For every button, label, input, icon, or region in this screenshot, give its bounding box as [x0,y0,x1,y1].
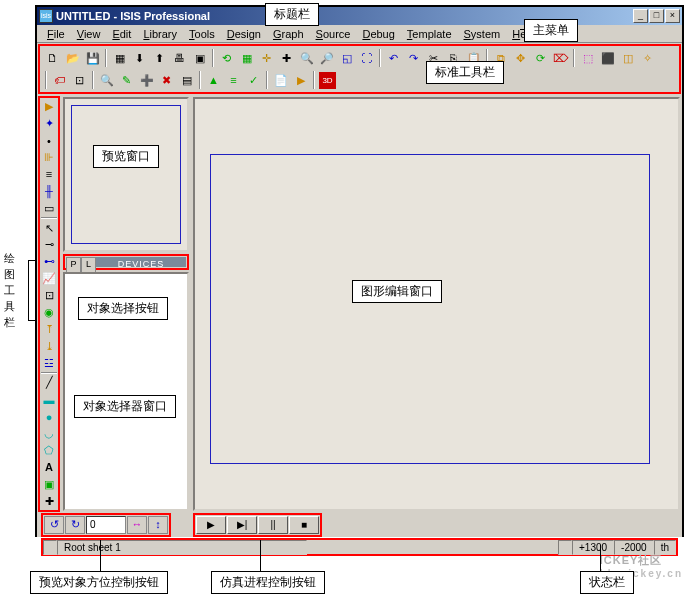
mirror-h-icon[interactable]: ↔ [127,516,147,534]
marker-icon[interactable]: ✚ [40,493,58,509]
menu-debug[interactable]: Debug [356,27,400,41]
symbol-icon[interactable]: ▣ [40,476,58,492]
center-icon[interactable]: ✚ [277,49,296,68]
menu-file[interactable]: File [41,27,71,41]
wire-label-tool-icon[interactable]: ⊪ [40,150,58,166]
path-icon[interactable]: ⬠ [40,443,58,459]
generator-icon[interactable]: ◉ [40,305,58,321]
remove-sheet-icon[interactable]: ✖ [157,71,176,90]
save-icon[interactable]: 💾 [83,49,102,68]
graph-icon[interactable]: 📈 [40,271,58,287]
play-button[interactable]: ▶ [196,516,226,534]
subcircuit-icon[interactable]: ▭ [40,200,58,216]
preview-window [63,97,189,252]
erc-icon[interactable]: ✓ [244,71,263,90]
arc-icon[interactable]: ◡ [40,426,58,442]
rotate-ccw-icon[interactable]: ↺ [44,516,64,534]
callout-editor: 图形编辑窗口 [352,280,442,303]
callout-preview: 预览窗口 [93,145,159,168]
callout-stdtoolbar: 标准工具栏 [426,61,504,84]
block-move-icon[interactable]: ✥ [511,49,530,68]
pointer-icon[interactable]: ↖ [40,220,58,236]
voltage-probe-icon[interactable]: ⤒ [40,321,58,337]
text-script-icon[interactable]: ≡ [40,167,58,183]
tape-icon[interactable]: ⊡ [40,288,58,304]
simulation-controls: ▶ ▶| || ■ [193,513,322,537]
menu-system[interactable]: System [458,27,507,41]
mirror-v-icon[interactable]: ↕ [148,516,168,534]
print-area-icon[interactable]: ▦ [110,49,129,68]
export-icon[interactable]: ⬆ [150,49,169,68]
design-explorer-icon[interactable]: ▲ [204,71,223,90]
pick-l-button[interactable]: L [81,257,96,273]
print-icon[interactable]: 🖶 [170,49,189,68]
undo-icon[interactable]: ↶ [384,49,403,68]
bill-icon[interactable]: ≡ [224,71,243,90]
pause-button[interactable]: || [258,516,288,534]
current-probe-icon[interactable]: ⤓ [40,338,58,354]
drawing-toolbar-label: 绘图工具栏 [2,250,16,330]
box-icon[interactable]: ▬ [40,392,58,408]
wire-label-icon[interactable]: 🏷 [50,71,69,90]
selection-icon[interactable]: ▶ [40,99,58,115]
package-icon[interactable]: ◫ [618,49,637,68]
menu-edit[interactable]: Edit [106,27,137,41]
search-icon[interactable]: 🔍 [97,71,116,90]
origin-icon[interactable]: ✛ [257,49,276,68]
instrument-icon[interactable]: ☳ [40,355,58,371]
refresh-icon[interactable]: ⟲ [217,49,236,68]
zoom-area-icon[interactable]: ⛶ [357,49,376,68]
pick-icon[interactable]: ⬚ [578,49,597,68]
make-icon[interactable]: ⬛ [598,49,617,68]
pin-icon[interactable]: ⊷ [40,254,58,270]
menu-source[interactable]: Source [310,27,357,41]
goto-sheet-icon[interactable]: ▤ [177,71,196,90]
schematic-editor[interactable] [193,97,680,511]
redo-icon[interactable]: ↷ [404,49,423,68]
menu-library[interactable]: Library [137,27,183,41]
property-icon[interactable]: ✎ [117,71,136,90]
grid-icon[interactable]: ▦ [237,49,256,68]
component-icon[interactable]: ✦ [40,116,58,132]
status-led [558,540,572,555]
minimize-button[interactable]: _ [633,9,648,23]
text-icon[interactable]: A [40,459,58,475]
maximize-button[interactable]: □ [649,9,664,23]
block-delete-icon[interactable]: ⌦ [551,49,570,68]
junction-icon[interactable]: • [40,133,58,149]
3d-icon[interactable]: 3D [318,71,337,90]
callout-mainmenu: 主菜单 [524,19,578,42]
circle-icon[interactable]: ● [40,409,58,425]
zoom-all-icon[interactable]: ◱ [337,49,356,68]
callout-objselbtn: 对象选择按钮 [78,297,168,320]
import-icon[interactable]: ⬇ [130,49,149,68]
close-button[interactable]: × [665,9,680,23]
open-icon[interactable]: 📂 [63,49,82,68]
rotation-field[interactable]: 0 [86,516,126,534]
zoom-in-icon[interactable]: 🔍 [297,49,316,68]
pick-p-button[interactable]: P [66,257,81,273]
new-sheet-icon[interactable]: ➕ [137,71,156,90]
step-button[interactable]: ▶| [227,516,257,534]
decompose-icon[interactable]: ✧ [638,49,657,68]
zoom-out-icon[interactable]: 🔎 [317,49,336,68]
new-icon[interactable]: 🗋 [43,49,62,68]
line-icon[interactable]: ╱ [40,375,58,391]
stop-button[interactable]: ■ [289,516,319,534]
hidden-pins-icon[interactable]: ⊡ [70,71,89,90]
app-icon: isis [39,9,53,23]
rotate-cw-icon[interactable]: ↻ [65,516,85,534]
statusbar: Root sheet 1 +1300 -2000 th [41,538,678,556]
menu-view[interactable]: View [71,27,107,41]
menu-graph[interactable]: Graph [267,27,310,41]
mark-icon[interactable]: ▣ [190,49,209,68]
terminal-icon[interactable]: ⊸ [40,237,58,253]
netlist-icon[interactable]: 📄 [271,71,290,90]
ares-icon[interactable]: ▶ [291,71,310,90]
menu-design[interactable]: Design [221,27,267,41]
bus-icon[interactable]: ╫ [40,183,58,199]
devices-label: DEVICES [96,257,186,267]
menu-tools[interactable]: Tools [183,27,221,41]
block-rotate-icon[interactable]: ⟳ [531,49,550,68]
menu-template[interactable]: Template [401,27,458,41]
